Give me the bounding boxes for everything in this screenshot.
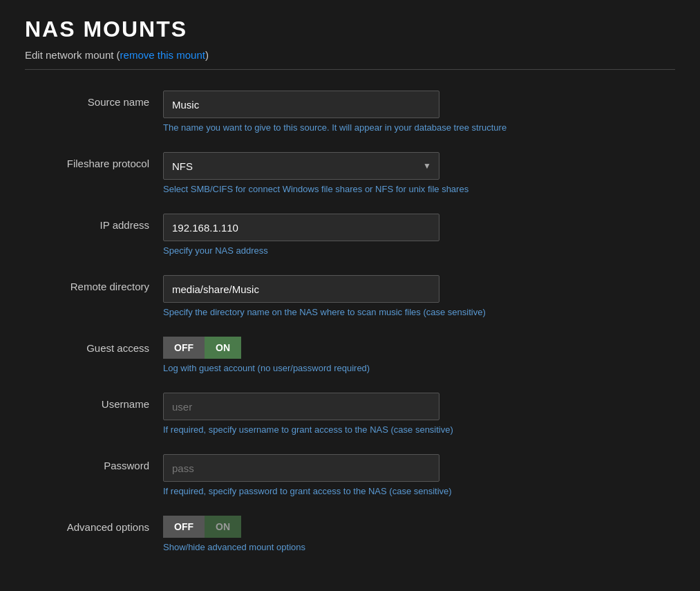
advanced-options-toggle: OFF ON: [163, 516, 232, 538]
remote-directory-input[interactable]: [163, 275, 439, 303]
ip-address-row: IP address Specify your NAS address: [25, 207, 675, 263]
subtitle-suffix: ): [205, 49, 209, 61]
source-name-label: Source name: [25, 91, 163, 108]
subtitle-prefix: Edit network mount (: [25, 49, 120, 61]
fileshare-protocol-select-wrapper: NFS SMB/CIFS ▼: [163, 152, 439, 180]
page-subtitle: Edit network mount (remove this mount): [25, 49, 675, 70]
guest-access-row: Guest access OFF ON Log with guest accou…: [25, 330, 675, 380]
advanced-options-off-button[interactable]: OFF: [163, 516, 205, 538]
password-field-group: If required, specify password to grant a…: [163, 454, 675, 496]
remote-directory-hint: Specify the directory name on the NAS wh…: [163, 307, 578, 317]
remove-mount-link[interactable]: remove this mount: [120, 49, 205, 61]
advanced-options-hint: Show/hide advanced mount options: [163, 542, 578, 552]
advanced-options-row: Advanced options OFF ON Show/hide advanc…: [25, 509, 675, 559]
source-name-row: Source name The name you want to give to…: [25, 84, 675, 140]
guest-access-field-group: OFF ON Log with guest account (no user/p…: [163, 337, 675, 373]
page-header: NAS MOUNTS Edit network mount (remove th…: [0, 0, 700, 70]
remote-directory-label: Remote directory: [25, 275, 163, 292]
page-title: NAS MOUNTS: [25, 17, 675, 42]
source-name-hint: The name you want to give to this source…: [163, 122, 578, 133]
fileshare-protocol-row: Fileshare protocol NFS SMB/CIFS ▼ Select…: [25, 145, 675, 201]
username-label: Username: [25, 393, 163, 410]
password-label: Password: [25, 454, 163, 471]
advanced-options-label: Advanced options: [25, 516, 163, 533]
remote-directory-row: Remote directory Specify the directory n…: [25, 268, 675, 324]
fileshare-protocol-field-group: NFS SMB/CIFS ▼ Select SMB/CIFS for conne…: [163, 152, 675, 194]
fileshare-protocol-select[interactable]: NFS SMB/CIFS: [163, 152, 439, 180]
password-input[interactable]: [163, 454, 439, 482]
username-hint: If required, specify username to grant a…: [163, 424, 578, 435]
fileshare-protocol-hint: Select SMB/CIFS for connect Windows file…: [163, 184, 578, 194]
ip-address-input[interactable]: [163, 214, 439, 241]
username-field-group: If required, specify username to grant a…: [163, 393, 675, 435]
form-container: Source name The name you want to give to…: [0, 70, 700, 579]
advanced-options-on-button[interactable]: ON: [205, 516, 241, 538]
password-hint: If required, specify password to grant a…: [163, 486, 578, 496]
remote-directory-field-group: Specify the directory name on the NAS wh…: [163, 275, 675, 317]
guest-access-hint: Log with guest account (no user/password…: [163, 363, 578, 373]
source-name-input[interactable]: [163, 91, 439, 118]
ip-address-field-group: Specify your NAS address: [163, 214, 675, 256]
fileshare-protocol-label: Fileshare protocol: [25, 152, 163, 169]
guest-access-label: Guest access: [25, 337, 163, 354]
guest-access-toggle: OFF ON: [163, 337, 232, 359]
source-name-field-group: The name you want to give to this source…: [163, 91, 675, 133]
ip-address-hint: Specify your NAS address: [163, 245, 578, 256]
username-input[interactable]: [163, 393, 439, 420]
advanced-options-field-group: OFF ON Show/hide advanced mount options: [163, 516, 675, 552]
username-row: Username If required, specify username t…: [25, 386, 675, 442]
password-row: Password If required, specify password t…: [25, 447, 675, 503]
guest-access-on-button[interactable]: ON: [205, 337, 241, 359]
guest-access-off-button[interactable]: OFF: [163, 337, 205, 359]
ip-address-label: IP address: [25, 214, 163, 231]
